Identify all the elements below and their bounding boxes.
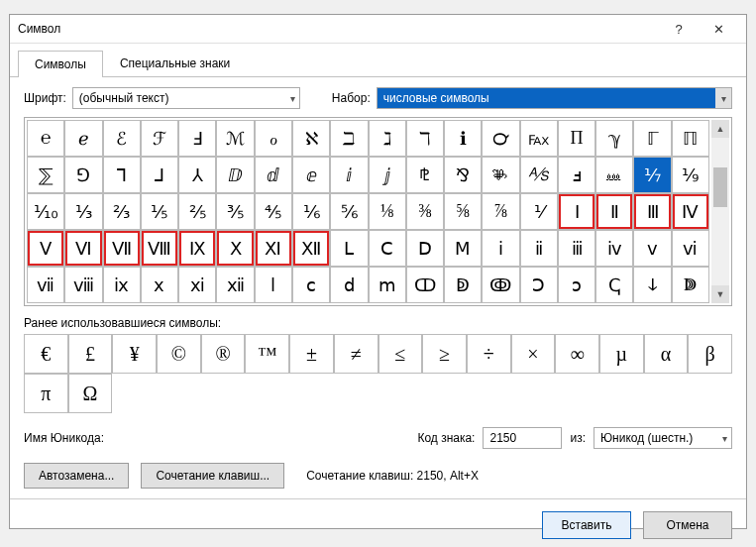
symbol-cell[interactable]: ⅔: [103, 193, 141, 230]
symbol-cell[interactable]: ⅴ: [633, 230, 671, 267]
symbol-cell[interactable]: ⅳ: [595, 230, 633, 267]
symbol-cell[interactable]: ⅇ: [292, 157, 330, 193]
recent-cell[interactable]: ©: [157, 334, 201, 374]
symbol-cell[interactable]: ⅵ: [672, 230, 709, 267]
symbol-cell[interactable]: ⅒: [27, 193, 64, 230]
symbol-cell[interactable]: ⅄: [178, 157, 216, 193]
symbol-cell[interactable]: ⅲ: [558, 230, 595, 267]
symbol-cell[interactable]: Ⅽ: [369, 230, 406, 267]
symbol-cell[interactable]: ↁ: [444, 267, 482, 303]
help-button[interactable]: ?: [659, 15, 699, 43]
symbol-cell[interactable]: Ⅰ: [558, 193, 595, 230]
symbol-cell[interactable]: Ⅲ: [633, 193, 671, 230]
symbol-cell[interactable]: Ⅷ: [141, 230, 178, 267]
symbol-cell[interactable]: ⅓: [64, 193, 102, 230]
symbol-cell[interactable]: Ⅼ: [330, 230, 368, 267]
symbol-cell[interactable]: ↆ: [633, 267, 671, 303]
symbol-cell[interactable]: ⅋: [444, 157, 482, 193]
symbol-cell[interactable]: ⅘: [255, 193, 292, 230]
symbol-cell[interactable]: ↂ: [482, 267, 519, 303]
recent-cell[interactable]: π: [24, 374, 68, 413]
shortcut-button[interactable]: Сочетание клавиш...: [141, 463, 284, 489]
insert-button[interactable]: Вставить: [542, 511, 631, 539]
symbol-cell[interactable]: ⅅ: [216, 157, 254, 193]
symbol-cell[interactable]: ℴ: [255, 120, 292, 157]
symbol-cell[interactable]: ℿ: [672, 120, 709, 157]
symbol-cell[interactable]: ⅊: [406, 157, 444, 193]
symbol-cell[interactable]: ℶ: [330, 120, 368, 157]
symbol-cell[interactable]: ℷ: [369, 120, 406, 157]
recent-cell[interactable]: £: [68, 334, 113, 374]
symbol-cell[interactable]: ℳ: [216, 120, 254, 157]
font-select[interactable]: (обычный текст): [72, 87, 300, 109]
symbol-cell[interactable]: Ↄ: [520, 267, 558, 303]
symbol-cell[interactable]: ⅀: [27, 157, 64, 193]
symbol-cell[interactable]: Ⅳ: [672, 193, 709, 230]
symbol-cell[interactable]: Ⅵ: [64, 230, 102, 267]
tab-special[interactable]: Специальные знаки: [103, 50, 247, 76]
symbol-cell[interactable]: ↇ: [672, 267, 709, 303]
symbol-cell[interactable]: ℱ: [141, 120, 178, 157]
symbol-cell[interactable]: ⅻ: [216, 267, 254, 303]
autocorrect-button[interactable]: Автозамена...: [24, 463, 129, 489]
symbol-cell[interactable]: ⅌: [482, 157, 519, 193]
symbol-cell[interactable]: ℵ: [292, 120, 330, 157]
recent-cell[interactable]: Ω: [68, 374, 113, 413]
recent-cell[interactable]: ±: [289, 334, 334, 374]
symbol-cell[interactable]: ⅙: [292, 193, 330, 230]
symbol-cell[interactable]: ⅉ: [369, 157, 406, 193]
symbol-cell[interactable]: Π: [558, 120, 595, 157]
scroll-up-icon[interactable]: ▲: [711, 120, 729, 138]
symbol-cell[interactable]: ℻: [520, 120, 558, 157]
set-select[interactable]: числовые символы: [377, 87, 732, 109]
recent-cell[interactable]: ÷: [467, 334, 511, 374]
symbol-cell[interactable]: Ⅴ: [27, 230, 64, 267]
recent-cell[interactable]: ×: [511, 334, 556, 374]
symbol-cell[interactable]: ⅱ: [520, 230, 558, 267]
scroll-track[interactable]: [711, 138, 729, 285]
symbol-cell[interactable]: ⅐: [633, 157, 671, 193]
symbol-cell[interactable]: ⅺ: [178, 267, 216, 303]
cancel-button[interactable]: Отмена: [643, 511, 732, 539]
symbol-cell[interactable]: ⅎ: [558, 157, 595, 193]
symbol-cell[interactable]: ⅸ: [103, 267, 141, 303]
symbol-cell[interactable]: ⅖: [178, 193, 216, 230]
symbol-cell[interactable]: Ⅻ: [292, 230, 330, 267]
recent-cell[interactable]: µ: [599, 334, 644, 374]
symbol-cell[interactable]: ⅼ: [255, 267, 292, 303]
symbol-cell[interactable]: ℯ: [64, 120, 102, 157]
symbol-cell[interactable]: Ⅺ: [255, 230, 292, 267]
symbol-cell[interactable]: ℽ: [595, 120, 633, 157]
scroll-thumb[interactable]: [713, 167, 727, 207]
symbol-cell[interactable]: ℸ: [406, 120, 444, 157]
symbol-cell[interactable]: ⅈ: [330, 157, 368, 193]
symbol-cell[interactable]: ⅂: [103, 157, 141, 193]
symbol-cell[interactable]: ⅟: [520, 193, 558, 230]
symbol-cell[interactable]: ↅ: [595, 267, 633, 303]
grid-scrollbar[interactable]: ▲ ▼: [711, 120, 729, 303]
symbol-cell[interactable]: Ⅹ: [216, 230, 254, 267]
symbol-cell[interactable]: Ⅱ: [595, 193, 633, 230]
symbol-cell[interactable]: Ⅿ: [444, 230, 482, 267]
symbol-cell[interactable]: ℺: [482, 120, 519, 157]
symbol-cell[interactable]: ⅞: [482, 193, 519, 230]
symbol-cell[interactable]: ⅏: [595, 157, 633, 193]
code-input[interactable]: [483, 427, 562, 449]
recent-cell[interactable]: ≠: [334, 334, 378, 374]
recent-cell[interactable]: ®: [201, 334, 246, 374]
from-select[interactable]: Юникод (шестн.): [594, 427, 732, 449]
recent-cell[interactable]: α: [644, 334, 689, 374]
symbol-cell[interactable]: ⅜: [406, 193, 444, 230]
symbol-cell[interactable]: Ⅸ: [178, 230, 216, 267]
recent-cell[interactable]: ≥: [422, 334, 467, 374]
recent-cell[interactable]: ™: [245, 334, 289, 374]
recent-cell[interactable]: €: [24, 334, 68, 374]
symbol-cell[interactable]: ⅚: [330, 193, 368, 230]
symbol-cell[interactable]: ⅿ: [369, 267, 406, 303]
symbol-cell[interactable]: ⅃: [141, 157, 178, 193]
symbol-cell[interactable]: Ⅎ: [178, 120, 216, 157]
symbol-cell[interactable]: ⅶ: [27, 267, 64, 303]
recent-cell[interactable]: ∞: [555, 334, 599, 374]
symbol-cell[interactable]: ↄ: [558, 267, 595, 303]
symbol-cell[interactable]: ℾ: [633, 120, 671, 157]
